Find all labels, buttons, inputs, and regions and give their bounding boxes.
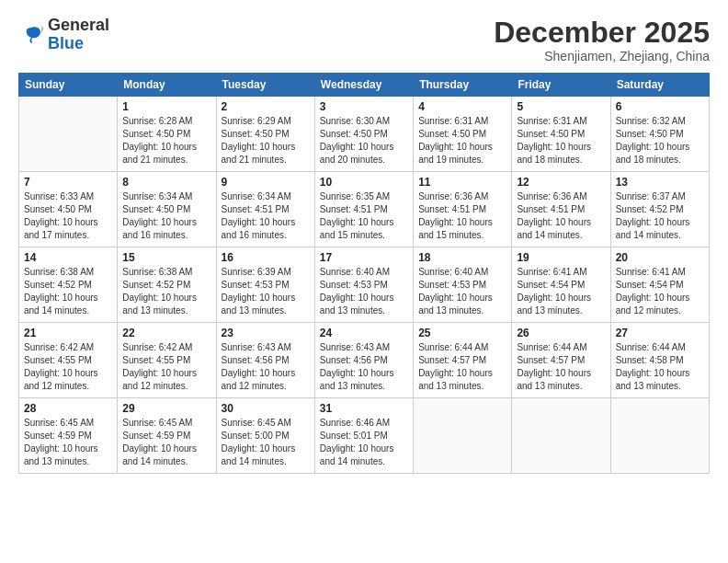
cell-info-text: Sunrise: 6:45 AMSunset: 5:00 PMDaylight:… [222,417,310,468]
table-row [19,97,118,172]
table-row: 27Sunrise: 6:44 AMSunset: 4:58 PMDayligh… [610,323,709,398]
cell-info-text: Sunrise: 6:29 AMSunset: 4:50 PMDaylight:… [222,115,310,167]
cell-date-number: 28 [24,402,112,415]
cell-info-text: Sunrise: 6:40 AMSunset: 4:53 PMDaylight:… [320,266,408,317]
cell-date-number: 11 [418,176,506,189]
table-row: 30Sunrise: 6:45 AMSunset: 5:00 PMDayligh… [216,398,314,474]
logo-general-text: General [48,17,109,35]
cell-date-number: 22 [122,327,210,339]
table-row [512,398,610,474]
cell-info-text: Sunrise: 6:34 AMSunset: 4:51 PMDaylight:… [222,190,310,242]
title-block: December 2025 Shenjiamen, Zhejiang, Chin… [494,17,710,63]
table-row: 15Sunrise: 6:38 AMSunset: 4:52 PMDayligh… [118,247,216,323]
table-row: 10Sunrise: 6:35 AMSunset: 4:51 PMDayligh… [314,172,413,247]
table-row: 17Sunrise: 6:40 AMSunset: 4:53 PMDayligh… [314,247,413,323]
cell-date-number: 17 [320,251,408,264]
cell-date-number: 4 [418,100,506,113]
table-row: 22Sunrise: 6:42 AMSunset: 4:55 PMDayligh… [118,323,216,398]
table-row: 3Sunrise: 6:30 AMSunset: 4:50 PMDaylight… [314,97,413,172]
table-row: 6Sunrise: 6:32 AMSunset: 4:50 PMDaylight… [610,97,709,172]
table-row: 21Sunrise: 6:42 AMSunset: 4:55 PMDayligh… [19,323,118,398]
cell-info-text: Sunrise: 6:43 AMSunset: 4:56 PMDaylight:… [222,341,310,393]
cell-date-number: 16 [222,251,310,264]
cell-date-number: 1 [122,100,210,113]
cell-date-number: 25 [418,327,506,339]
table-row: 25Sunrise: 6:44 AMSunset: 4:57 PMDayligh… [414,323,512,398]
logo-bird-icon [18,22,44,48]
table-row: 20Sunrise: 6:41 AMSunset: 4:54 PMDayligh… [610,247,709,323]
calendar-header-row: Sunday Monday Tuesday Wednesday Thursday… [19,74,710,97]
cell-info-text: Sunrise: 6:44 AMSunset: 4:58 PMDaylight:… [616,341,704,393]
cell-info-text: Sunrise: 6:41 AMSunset: 4:54 PMDaylight:… [616,266,704,317]
cell-date-number: 19 [517,251,605,264]
col-monday: Monday [118,74,216,97]
cell-date-number: 15 [122,251,210,264]
cell-info-text: Sunrise: 6:39 AMSunset: 4:53 PMDaylight:… [222,266,310,317]
table-row: 24Sunrise: 6:43 AMSunset: 4:56 PMDayligh… [314,323,413,398]
cell-date-number: 30 [222,402,310,415]
cell-info-text: Sunrise: 6:42 AMSunset: 4:55 PMDaylight:… [122,341,210,393]
table-row: 23Sunrise: 6:43 AMSunset: 4:56 PMDayligh… [216,323,314,398]
cell-date-number: 6 [616,100,704,113]
table-row: 19Sunrise: 6:41 AMSunset: 4:54 PMDayligh… [512,247,610,323]
cell-info-text: Sunrise: 6:36 AMSunset: 4:51 PMDaylight:… [517,190,605,242]
table-row: 13Sunrise: 6:37 AMSunset: 4:52 PMDayligh… [610,172,709,247]
cell-info-text: Sunrise: 6:28 AMSunset: 4:50 PMDaylight:… [122,115,210,167]
table-row: 18Sunrise: 6:40 AMSunset: 4:53 PMDayligh… [414,247,512,323]
logo-blue-text: Blue [48,35,109,53]
cell-date-number: 13 [616,176,704,189]
table-row: 11Sunrise: 6:36 AMSunset: 4:51 PMDayligh… [414,172,512,247]
table-row: 2Sunrise: 6:29 AMSunset: 4:50 PMDaylight… [216,97,314,172]
table-row [610,398,709,474]
table-row: 29Sunrise: 6:45 AMSunset: 4:59 PMDayligh… [118,398,216,474]
table-row: 16Sunrise: 6:39 AMSunset: 4:53 PMDayligh… [216,247,314,323]
logo: General Blue [18,17,109,53]
table-row: 8Sunrise: 6:34 AMSunset: 4:50 PMDaylight… [118,172,216,247]
cell-date-number: 23 [222,327,310,339]
location-subtitle: Shenjiamen, Zhejiang, China [494,49,710,63]
cell-info-text: Sunrise: 6:31 AMSunset: 4:50 PMDaylight:… [517,115,605,167]
table-row: 9Sunrise: 6:34 AMSunset: 4:51 PMDaylight… [216,172,314,247]
cell-info-text: Sunrise: 6:45 AMSunset: 4:59 PMDaylight:… [122,417,210,468]
cell-date-number: 27 [616,327,704,339]
month-title: December 2025 [494,17,710,49]
table-row: 4Sunrise: 6:31 AMSunset: 4:50 PMDaylight… [414,97,512,172]
cell-info-text: Sunrise: 6:35 AMSunset: 4:51 PMDaylight:… [320,190,408,242]
col-friday: Friday [512,74,610,97]
cell-date-number: 21 [24,327,112,339]
col-thursday: Thursday [414,74,512,97]
cell-info-text: Sunrise: 6:30 AMSunset: 4:50 PMDaylight:… [320,115,408,167]
col-tuesday: Tuesday [216,74,314,97]
cell-date-number: 10 [320,176,408,189]
cell-info-text: Sunrise: 6:38 AMSunset: 4:52 PMDaylight:… [122,266,210,317]
cell-date-number: 8 [122,176,210,189]
calendar-table: Sunday Monday Tuesday Wednesday Thursday… [18,73,710,474]
table-row: 31Sunrise: 6:46 AMSunset: 5:01 PMDayligh… [314,398,413,474]
cell-info-text: Sunrise: 6:41 AMSunset: 4:54 PMDaylight:… [517,266,605,317]
cell-info-text: Sunrise: 6:40 AMSunset: 4:53 PMDaylight:… [418,266,506,317]
table-row [414,398,512,474]
cell-date-number: 3 [320,100,408,113]
table-row: 12Sunrise: 6:36 AMSunset: 4:51 PMDayligh… [512,172,610,247]
cell-date-number: 24 [320,327,408,339]
cell-info-text: Sunrise: 6:32 AMSunset: 4:50 PMDaylight:… [616,115,704,167]
cell-info-text: Sunrise: 6:31 AMSunset: 4:50 PMDaylight:… [418,115,506,167]
cell-info-text: Sunrise: 6:38 AMSunset: 4:52 PMDaylight:… [24,266,112,317]
table-row: 1Sunrise: 6:28 AMSunset: 4:50 PMDaylight… [118,97,216,172]
cell-info-text: Sunrise: 6:34 AMSunset: 4:50 PMDaylight:… [122,190,210,242]
cell-info-text: Sunrise: 6:43 AMSunset: 4:56 PMDaylight:… [320,341,408,393]
cell-info-text: Sunrise: 6:44 AMSunset: 4:57 PMDaylight:… [517,341,605,393]
col-sunday: Sunday [19,74,118,97]
cell-date-number: 14 [24,251,112,264]
cell-date-number: 26 [517,327,605,339]
cell-info-text: Sunrise: 6:42 AMSunset: 4:55 PMDaylight:… [24,341,112,393]
cell-info-text: Sunrise: 6:37 AMSunset: 4:52 PMDaylight:… [616,190,704,242]
table-row: 26Sunrise: 6:44 AMSunset: 4:57 PMDayligh… [512,323,610,398]
cell-date-number: 5 [517,100,605,113]
table-row: 5Sunrise: 6:31 AMSunset: 4:50 PMDaylight… [512,97,610,172]
cell-date-number: 31 [320,402,408,415]
table-row: 14Sunrise: 6:38 AMSunset: 4:52 PMDayligh… [19,247,118,323]
col-saturday: Saturday [610,74,709,97]
cell-date-number: 18 [418,251,506,264]
cell-date-number: 7 [24,176,112,189]
